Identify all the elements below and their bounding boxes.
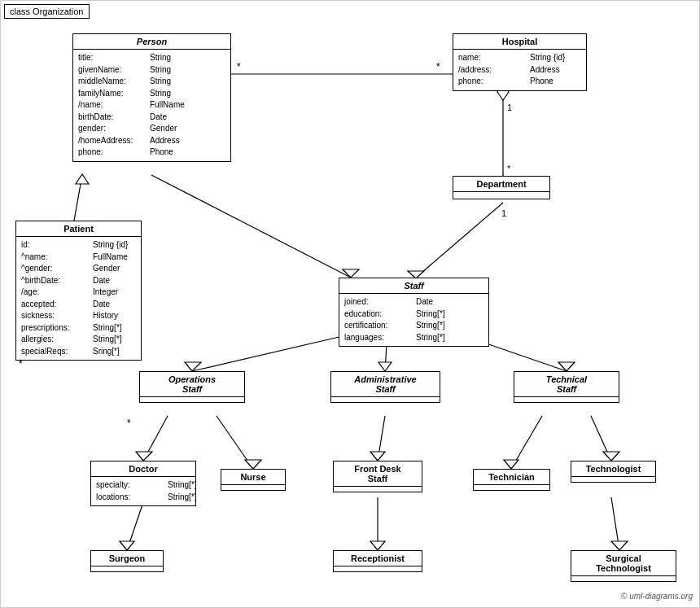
svg-line-14 (151, 175, 351, 278)
hospital-title: Hospital (453, 34, 586, 50)
diagram-container: class Organization * * 1 * 1 * (0, 0, 700, 608)
staff-title: Staff (339, 278, 488, 294)
staff-body: joined:Date education:String[*] certific… (339, 294, 488, 346)
surgical-technologist-class: SurgicalTechnologist (571, 550, 676, 582)
person-title: Person (73, 34, 230, 50)
person-class: Person title:String givenName:String mid… (72, 33, 231, 162)
operations-staff-body (140, 397, 244, 402)
svg-marker-17 (185, 362, 201, 371)
svg-text:*: * (436, 61, 440, 72)
front-desk-title: Front DeskStaff (334, 461, 422, 487)
svg-line-12 (74, 175, 82, 221)
patient-body: id:String {id} ^name:FullName ^gender:Ge… (16, 237, 141, 360)
hospital-class: Hospital name:String {id} /address:Addre… (453, 33, 587, 91)
svg-marker-27 (370, 452, 385, 461)
doctor-class: Doctor specialty:String[*] locations:Str… (90, 461, 196, 506)
technician-body (474, 485, 549, 490)
svg-line-26 (378, 416, 385, 461)
doctor-title: Doctor (91, 461, 195, 477)
svg-marker-15 (343, 269, 359, 278)
front-desk-body (334, 487, 422, 492)
svg-text:1: 1 (507, 103, 512, 112)
svg-text:1: 1 (501, 208, 506, 218)
surgical-technologist-title: SurgicalTechnologist (571, 551, 676, 576)
svg-line-32 (127, 502, 143, 550)
technician-title: Technician (474, 470, 549, 485)
svg-marker-29 (504, 460, 518, 469)
svg-marker-31 (603, 452, 619, 461)
receptionist-class: Receptionist (333, 550, 422, 572)
receptionist-body (334, 566, 422, 571)
svg-marker-33 (120, 541, 134, 550)
nurse-class: Nurse (221, 469, 286, 491)
diagram-title: class Organization (4, 4, 90, 19)
receptionist-title: Receptionist (334, 551, 422, 566)
operations-staff-class: OperationsStaff (139, 371, 245, 403)
svg-line-28 (511, 416, 542, 469)
technologist-class: Technologist (571, 461, 656, 483)
svg-line-30 (591, 416, 611, 461)
department-title: Department (453, 177, 549, 192)
svg-marker-13 (76, 174, 89, 184)
svg-text:*: * (127, 418, 131, 429)
department-class: Department (453, 176, 550, 199)
doctor-body: specialty:String[*] locations:String[*] (91, 477, 195, 505)
administrative-staff-class: AdministrativeStaff (330, 371, 440, 403)
technical-staff-class: TechnicalStaff (514, 371, 619, 403)
svg-line-36 (611, 497, 619, 550)
person-body: title:String givenName:String middleName… (73, 50, 230, 161)
technical-staff-title: TechnicalStaff (514, 372, 619, 397)
svg-line-24 (217, 416, 253, 469)
surgeon-body (91, 566, 163, 571)
surgeon-class: Surgeon (90, 550, 164, 572)
technician-class: Technician (473, 469, 550, 491)
nurse-title: Nurse (221, 470, 285, 485)
svg-marker-19 (378, 362, 392, 371)
svg-text:*: * (507, 164, 511, 173)
svg-line-8 (416, 203, 503, 278)
patient-class: Patient id:String {id} ^name:FullName ^g… (15, 221, 142, 361)
staff-class: Staff joined:Date education:String[*] ce… (339, 278, 489, 347)
nurse-body (221, 485, 285, 490)
administrative-staff-body (331, 397, 440, 402)
copyright: © uml-diagrams.org (621, 592, 693, 601)
department-body (453, 192, 549, 199)
administrative-staff-title: AdministrativeStaff (331, 372, 440, 397)
svg-marker-25 (245, 460, 261, 469)
svg-marker-35 (370, 541, 385, 550)
operations-staff-title: OperationsStaff (140, 372, 244, 397)
technologist-body (571, 477, 655, 482)
svg-marker-37 (611, 541, 628, 550)
front-desk-staff-class: Front DeskStaff (333, 461, 422, 492)
svg-line-22 (143, 416, 168, 461)
svg-marker-21 (558, 362, 575, 371)
surgeon-title: Surgeon (91, 551, 163, 566)
surgical-technologist-body (571, 576, 676, 581)
svg-marker-23 (136, 452, 152, 461)
hospital-body: name:String {id} /address:Address phone:… (453, 50, 586, 90)
svg-text:*: * (237, 61, 241, 72)
technical-staff-body (514, 397, 619, 402)
patient-title: Patient (16, 221, 141, 237)
technologist-title: Technologist (571, 461, 655, 477)
